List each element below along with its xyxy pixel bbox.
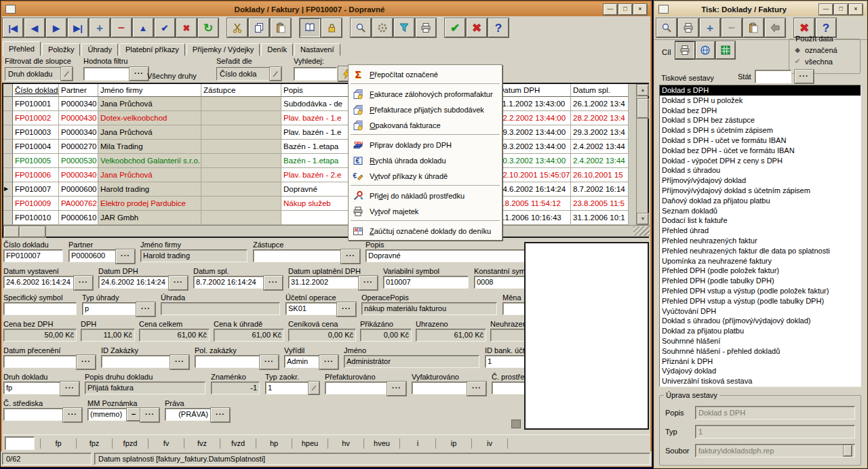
- report-item[interactable]: Doklad s DPH u položek: [660, 96, 861, 106]
- field-input[interactable]: fp: [3, 382, 60, 394]
- ellipsis-button[interactable]: ···: [77, 355, 96, 369]
- scroll-down-icon[interactable]: ▼: [637, 213, 648, 224]
- report-item[interactable]: Doklad bez DPH: [660, 106, 861, 116]
- use-data-option-označená[interactable]: ◆označená: [793, 44, 856, 56]
- report-item[interactable]: Přiznání k DPH: [660, 356, 861, 367]
- table-row[interactable]: FP010004P0000270Mila TradingBazén - 1.et…: [3, 140, 629, 154]
- last-record-button[interactable]: ▶|: [68, 18, 88, 37]
- field-input[interactable]: 8.7.2002 16:14:24: [193, 276, 264, 289]
- confirm-record-button[interactable]: ✔: [155, 18, 175, 37]
- field-input[interactable]: [253, 249, 341, 262]
- ellipsis-button[interactable]: ···: [74, 276, 93, 290]
- delete-record-button[interactable]: −: [111, 18, 132, 37]
- copy-button[interactable]: [249, 18, 269, 37]
- target-preview-button[interactable]: [696, 41, 715, 59]
- report-item[interactable]: Upomínka za neuhrazené faktury: [660, 256, 861, 266]
- settings-button[interactable]: [372, 18, 393, 37]
- field-input[interactable]: Admin: [284, 355, 319, 368]
- dropdown-icon[interactable]: ∕: [61, 67, 73, 81]
- report-item[interactable]: Souhrnné hlášení - přehled dokladů: [660, 346, 861, 356]
- column-header[interactable]: Datum spl.: [571, 84, 629, 97]
- menu-item[interactable]: Zaúčtuj označené doklady do deníku: [349, 223, 501, 239]
- sort-up-button[interactable]: ▲: [133, 18, 153, 37]
- close-button[interactable]: ×: [849, 4, 863, 15]
- ellipsis-button[interactable]: ···: [467, 382, 486, 396]
- minimize-button[interactable]: —: [819, 4, 833, 15]
- ellipsis-button[interactable]: ···: [140, 408, 159, 422]
- field-input[interactable]: [3, 302, 77, 315]
- next-record-button[interactable]: ▶: [46, 18, 66, 37]
- doc-type-input[interactable]: [5, 436, 35, 450]
- field-input[interactable]: 1: [265, 382, 309, 394]
- report-item[interactable]: Vyúčtování DPH: [660, 306, 861, 317]
- ellipsis-button[interactable]: ···: [337, 302, 356, 317]
- field-input[interactable]: P0000600: [68, 249, 116, 262]
- report-item[interactable]: Doklad za přijatou platbu: [660, 326, 861, 336]
- field-input[interactable]: SK01: [285, 302, 337, 315]
- target-printer-button[interactable]: [675, 41, 694, 59]
- tab-p-jemky-v-dejky[interactable]: Příjemky / Výdejky: [186, 43, 260, 56]
- field-input[interactable]: [195, 355, 260, 368]
- scroll-up-icon[interactable]: ▲: [637, 85, 648, 96]
- report-item[interactable]: Doklad s DPH - učet ve formátu IBAN: [660, 136, 861, 146]
- ellipsis-button[interactable]: ···: [211, 408, 230, 422]
- menu-item[interactable]: Opakovaná fakturace: [349, 117, 501, 133]
- back-button[interactable]: [765, 18, 785, 37]
- search-input[interactable]: [294, 67, 337, 81]
- ellipsis-button[interactable]: ···: [170, 355, 189, 369]
- doc-type-tab-hpeu[interactable]: hpeu: [292, 439, 328, 449]
- sort-select[interactable]: Číslo dokla ∕: [216, 67, 281, 81]
- tab-den-k[interactable]: Deník: [261, 43, 293, 56]
- spinner-button[interactable]: ∕: [309, 382, 319, 394]
- doc-type-tab-hp[interactable]: hp: [256, 439, 292, 449]
- report-item[interactable]: Doklad s úhradou (příjmový/výdajový dokl…: [660, 316, 861, 326]
- report-popis-input[interactable]: Doklad s DPH: [695, 406, 855, 420]
- help-button[interactable]: ?: [488, 18, 509, 37]
- lock-button[interactable]: [321, 18, 342, 37]
- column-header[interactable]: Partner: [59, 84, 98, 97]
- ellipsis-button[interactable]: ···: [264, 276, 283, 290]
- report-item[interactable]: Doklad bez DPH - účet ve formátu IBAN: [660, 146, 861, 156]
- horizontal-scrollbar[interactable]: [3, 225, 650, 237]
- remove-report-button[interactable]: −: [722, 18, 742, 37]
- table-row[interactable]: FP010009PA000762Elektro prodej Pardubice…: [3, 197, 629, 211]
- scroll-track[interactable]: [45, 226, 633, 237]
- report-item[interactable]: Dodací list k faktuře: [660, 216, 861, 226]
- report-item[interactable]: Souhrnné hlášení: [660, 336, 861, 346]
- scroll-left-box[interactable]: [4, 226, 19, 237]
- report-item[interactable]: Přehled neuhrazených faktur dle data po …: [660, 246, 861, 256]
- doc-type-tab-fv[interactable]: fv: [148, 439, 184, 449]
- tab--hrady[interactable]: Úhrady: [81, 43, 117, 56]
- state-input[interactable]: [755, 70, 791, 83]
- column-header[interactable]: Jméno firmy: [98, 84, 201, 97]
- ellipsis-button[interactable]: ···: [136, 302, 155, 317]
- cancel-edit-button[interactable]: ✖: [176, 18, 197, 37]
- filter-column-select[interactable]: Druh dokladu ∕: [5, 67, 73, 81]
- report-item[interactable]: Příjmový/výdajový doklad: [660, 176, 861, 186]
- field-input[interactable]: (mmemo): [87, 408, 127, 421]
- refresh-button[interactable]: ↻: [198, 18, 218, 37]
- report-item[interactable]: Doklad s DPH: [660, 85, 861, 96]
- field-input[interactable]: 010007: [383, 276, 469, 289]
- table-row[interactable]: FP010001P0000340Jana PrůchováSubdodávka …: [3, 97, 629, 111]
- resize-grip[interactable]: [511, 420, 521, 428]
- add-report-button[interactable]: +: [700, 18, 720, 37]
- doc-type-tab-hv[interactable]: hv: [328, 439, 363, 449]
- table-row[interactable]: FP010005P0000530Velkoobchod Galanterií s…: [3, 154, 629, 168]
- tab-polo-ky[interactable]: Položky: [42, 43, 81, 56]
- menu-item[interactable]: Fakturace zálohových proformafaktur: [349, 86, 501, 102]
- field-input[interactable]: 24.6.2002 16:14:24: [3, 276, 74, 289]
- doc-type-tab-iv[interactable]: iv: [471, 439, 508, 449]
- ellipsis-button[interactable]: ···: [387, 382, 406, 396]
- report-item[interactable]: Doklad - výpočet DPH z ceny s DPH: [660, 156, 861, 166]
- file-button[interactable]: [844, 445, 852, 456]
- table-row[interactable]: FP010006P0000340Jana PrůchováPlav. bazén…: [3, 168, 629, 182]
- report-item[interactable]: Doklad s DPH s účetním zápisem: [660, 125, 861, 136]
- report-item[interactable]: Doklad s DPH bez zástupce: [660, 115, 861, 125]
- tab-platebn-p-kazy[interactable]: Platební příkazy: [119, 43, 185, 56]
- field-input[interactable]: 24.6.2002 16:14:24: [98, 276, 169, 289]
- menu-item[interactable]: Rychlá úhrada dokladu: [349, 152, 501, 168]
- ellipsis-button[interactable]: ···: [63, 408, 82, 422]
- add-record-button[interactable]: +: [90, 18, 110, 37]
- prev-record-button[interactable]: ◀: [24, 18, 45, 37]
